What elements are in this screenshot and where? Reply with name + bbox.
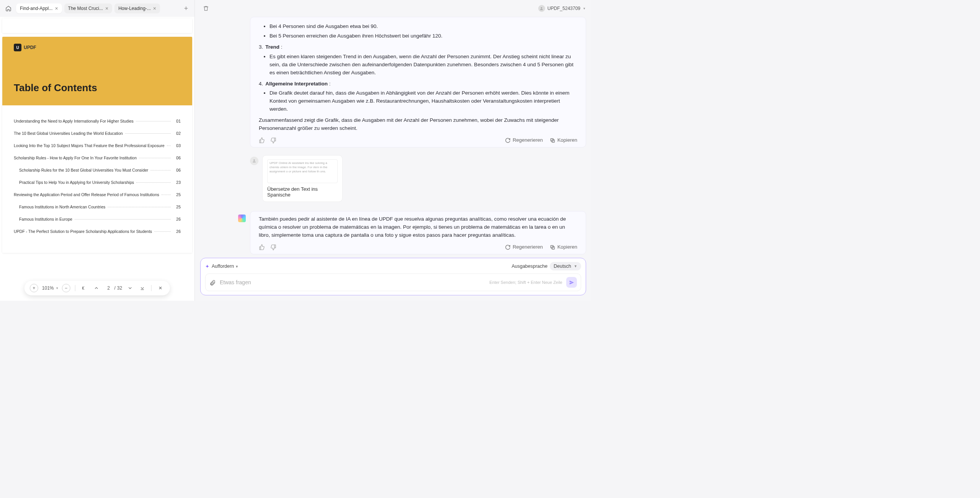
add-tab-button[interactable]: + [181,3,191,14]
toc-subitem[interactable]: Famous Institutions in Europe26 [14,213,181,225]
user-avatar-icon [250,157,258,165]
toc-subitem[interactable]: Practical Tips to Help You in Applying f… [14,176,181,188]
bullet: Die Grafik deutet darauf hin, dass die A… [270,89,577,113]
ai-avatar-icon [238,215,246,222]
send-button[interactable] [566,277,577,288]
brand-logo: U UPDF [14,44,181,51]
chat-input[interactable] [220,279,486,285]
svg-point-0 [541,7,542,8]
thumbs-up-icon[interactable] [259,244,265,251]
toc-item[interactable]: Reviewing the Application Period and Off… [14,188,181,201]
ai-message: Bei 4 Personen sind die Ausgaben etwa be… [250,17,586,147]
toc-subitem[interactable]: Famous Institutions in North American Co… [14,201,181,213]
user-menu[interactable]: UPDF_5243709 ▾ [538,5,585,12]
user-prompt-text: Übersetze den Text ins Spanische [267,186,338,198]
tab-label: Find-and-Appl... [20,6,52,11]
ai-text: También puedes pedir al asistente de IA … [259,215,577,239]
toc-list: Understanding the Need to Apply Internat… [2,105,192,253]
copy-button[interactable]: Kopieren [550,243,577,251]
logo-icon: U [14,44,21,51]
tab-2[interactable]: How-Leading-... × [114,3,160,13]
next-page-button[interactable] [126,284,134,292]
output-language-label: Ausgabesprache [511,264,547,269]
copy-button[interactable]: Kopieren [550,136,577,144]
chevron-down-icon: ▾ [583,7,585,10]
tabbar: Find-and-Appl... × The Most Cruci... × H… [0,0,194,17]
toc-header: U UPDF Table of Contents [2,37,192,105]
chat-header: UPDF_5243709 ▾ [195,0,591,17]
chevron-down-icon: ▼ [235,265,238,269]
avatar-icon [538,5,545,12]
last-page-button[interactable] [138,284,147,292]
bullet: Bei 4 Personen sind die Ausgaben etwa be… [270,23,577,31]
summary-text: Zusammenfassend zeigt die Grafik, dass d… [259,116,577,133]
chat-scroll[interactable]: Bei 4 Personen sind die Ausgaben etwa be… [195,17,591,258]
zoom-out-button[interactable]: − [62,284,70,292]
user-bubble: UPDF Online AI assistant ins like solvin… [262,155,343,202]
close-icon[interactable]: × [153,6,156,11]
thumbs-up-icon[interactable] [259,137,265,144]
attach-icon[interactable] [209,279,216,286]
zoom-level[interactable]: 101%▾ [42,285,58,291]
document-viewport[interactable]: U UPDF Table of Contents Understanding t… [0,17,194,301]
trash-icon[interactable] [201,3,211,13]
brand-label: UPDF [24,45,36,50]
thumbs-down-icon[interactable] [270,244,276,251]
bullet: Es gibt einen klaren steigenden Trend in… [270,53,577,77]
page-input[interactable] [105,285,113,291]
toc-item[interactable]: Understanding the Need to Apply Internat… [14,115,181,127]
tab-1[interactable]: The Most Cruci... × [64,3,113,13]
first-page-button[interactable] [80,284,88,292]
prev-page-button[interactable] [92,284,101,292]
mode-selector[interactable]: Auffordern▼ [212,264,238,269]
page-1-tail [2,18,192,33]
input-hint: Enter Senden; Shift + Enter Neue Zeile [490,280,562,285]
bullet: Bei 5 Personen erreichen die Ausgaben ih… [270,32,577,40]
view-toolbar: + 101%▾ − / 32 ✕ [24,281,170,295]
thumbs-down-icon[interactable] [270,137,276,144]
page-indicator: / 32 [105,285,122,291]
toc-title: Table of Contents [14,82,181,94]
toc-item[interactable]: The 10 Best Global Universities Leading … [14,127,181,139]
composer: ✦ Auffordern▼ Ausgabesprache Deutsch▼ En… [200,258,586,295]
toc-item[interactable]: Looking Into the Top 10 Subject Majors T… [14,139,181,152]
output-language-selector[interactable]: Deutsch▼ [550,262,581,270]
tab-0[interactable]: Find-and-Appl... × [16,3,62,13]
close-toolbar-button[interactable]: ✕ [156,284,165,292]
user-label: UPDF_5243709 [547,6,580,11]
user-message: UPDF Online AI assistant ins like solvin… [250,155,586,202]
ai-message: También puedes pedir al asistente de IA … [250,211,586,254]
home-button[interactable] [3,3,14,14]
close-icon[interactable]: × [105,6,108,11]
chevron-down-icon: ▾ [56,286,58,290]
chevron-down-icon: ▼ [574,264,577,268]
tab-label: How-Leading-... [118,6,151,11]
attached-image-text: UPDF Online AI assistant ins like solvin… [267,159,338,183]
page-2: U UPDF Table of Contents Understanding t… [2,37,192,253]
toc-item[interactable]: Scholarship Rules - How to Apply For One… [14,152,181,164]
regenerate-button[interactable]: Regenerieren [505,136,543,144]
zoom-in-button[interactable]: + [30,284,38,292]
tab-label: The Most Cruci... [68,6,103,11]
toc-item[interactable]: UPDF - The Perfect Solution to Prepare S… [14,225,181,238]
regenerate-button[interactable]: Regenerieren [505,243,543,251]
toc-subitem[interactable]: Scholarship Rules for the 10 Best Global… [14,164,181,176]
sparkle-icon: ✦ [205,264,209,269]
svg-point-3 [253,159,255,161]
close-icon[interactable]: × [55,6,58,11]
